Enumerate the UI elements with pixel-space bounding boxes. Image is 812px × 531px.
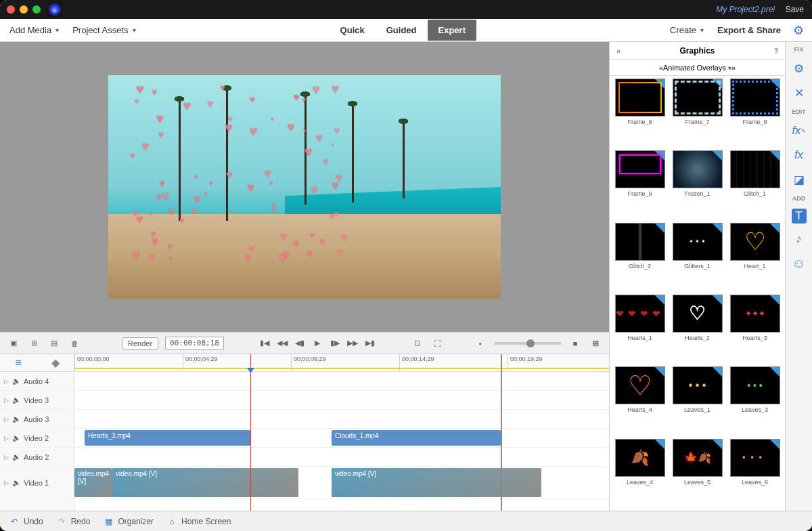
graphics-item[interactable]: Leaves_1 bbox=[670, 366, 725, 436]
organizer-button[interactable]: ▦Organizer bbox=[102, 515, 154, 528]
safe-margins-icon[interactable]: ⊡ bbox=[411, 337, 424, 350]
track-mute-icon[interactable]: 🔈 bbox=[12, 396, 20, 404]
graphics-item[interactable]: Frame_8 bbox=[727, 79, 782, 148]
properties-icon[interactable]: ▤ bbox=[47, 337, 61, 350]
work-area-end-bracket[interactable] bbox=[501, 354, 502, 511]
graphics-item[interactable]: Frame_6 bbox=[612, 79, 667, 148]
graphics-item[interactable]: Leaves_4 bbox=[612, 439, 667, 508]
graphics-item[interactable]: Frozen_1 bbox=[670, 150, 725, 219]
timeline-clip[interactable]: Hearts_3.mp4 bbox=[85, 430, 250, 446]
track-expand-icon[interactable]: ▷ bbox=[4, 454, 9, 461]
track-row[interactable]: video.mp4 [V]video.mp4 [V]video.mp4 [V] bbox=[74, 467, 609, 499]
track-expand-icon[interactable]: ▷ bbox=[4, 416, 9, 423]
undo-button[interactable]: ↶Undo bbox=[8, 515, 43, 528]
timeline-clip[interactable]: Clouds_1.mp4 bbox=[332, 430, 501, 446]
close-window-button[interactable] bbox=[7, 5, 15, 14]
trash-icon[interactable]: 🗑 bbox=[68, 337, 81, 350]
track-header[interactable]: ▷🔈Video 2 bbox=[0, 429, 74, 448]
zoom-out-icon[interactable]: ▪ bbox=[474, 337, 487, 350]
graphics-icon[interactable]: ☺ bbox=[790, 255, 808, 272]
mode-expert[interactable]: Expert bbox=[428, 20, 476, 41]
render-button[interactable]: Render bbox=[122, 337, 158, 349]
track-row[interactable] bbox=[74, 410, 609, 429]
add-media-menu[interactable]: Add Media bbox=[5, 22, 63, 38]
graphics-item[interactable]: Glitters_1 bbox=[670, 223, 725, 292]
export-share-button[interactable]: Export & Share bbox=[713, 22, 785, 38]
titles-icon[interactable]: T bbox=[792, 209, 807, 224]
graphics-item[interactable]: Leaves_5 bbox=[670, 439, 725, 508]
track-row[interactable] bbox=[74, 372, 609, 391]
track-expand-icon[interactable]: ▷ bbox=[4, 435, 9, 442]
timeline-mode-a-icon[interactable]: ≡ bbox=[11, 357, 26, 369]
graphics-item[interactable]: Leaves_6 bbox=[727, 439, 782, 508]
timeline-ruler[interactable]: 00;00;00;0000;00;04;2900;00;09;2900;00;1… bbox=[74, 354, 609, 372]
category-next-icon[interactable]: » bbox=[731, 64, 736, 72]
project-assets-menu[interactable]: Project Assets bbox=[68, 22, 139, 38]
graphics-item[interactable]: Leaves_3 bbox=[727, 366, 782, 436]
graphics-item[interactable]: Hearts_1 bbox=[612, 295, 667, 364]
timeline-canvas[interactable]: 00;00;00;0000;00;04;2900;00;09;2900;00;1… bbox=[74, 354, 609, 511]
track-mute-icon[interactable]: 🔈 bbox=[12, 479, 20, 486]
track-header[interactable]: ▷🔈Audio 2 bbox=[0, 448, 74, 467]
transitions-icon[interactable]: ◪ bbox=[790, 171, 808, 188]
zoom-in-icon[interactable]: ■ bbox=[568, 337, 582, 350]
step-fwd-icon[interactable]: ▶▶ bbox=[346, 337, 359, 350]
create-menu[interactable]: Create bbox=[666, 22, 708, 38]
zoom-slider[interactable] bbox=[494, 342, 562, 345]
save-button[interactable]: Save bbox=[786, 5, 804, 14]
mode-guided[interactable]: Guided bbox=[376, 20, 428, 41]
graphics-item[interactable]: Hearts_2 bbox=[670, 295, 725, 364]
maximize-window-button[interactable] bbox=[32, 5, 41, 14]
graphics-item[interactable]: Glitch_2 bbox=[612, 223, 667, 292]
settings-gear-icon[interactable]: ⚙ bbox=[790, 22, 807, 39]
track-expand-icon[interactable]: ▷ bbox=[4, 397, 9, 404]
graphics-item[interactable]: Frame_9 bbox=[612, 150, 667, 219]
adjust-sliders-icon[interactable]: ⚙ bbox=[790, 60, 808, 77]
track-expand-icon[interactable]: ▷ bbox=[4, 480, 9, 486]
graphics-category-selector[interactable]: « Animated Overlays » bbox=[610, 60, 785, 76]
track-row[interactable]: Hearts_3.mp4Clouds_1.mp4 bbox=[74, 429, 609, 448]
fx-icon[interactable]: fx bbox=[790, 146, 808, 164]
fx-applied-icon[interactable]: fx✎ bbox=[790, 122, 808, 140]
graphics-item[interactable]: Hearts_4 bbox=[612, 366, 667, 436]
graphics-item[interactable]: Heart_1 bbox=[727, 223, 782, 292]
project-filename[interactable]: My Project2.prel bbox=[716, 5, 775, 14]
track-header[interactable]: ▷🔈Audio 4 bbox=[0, 372, 74, 391]
playhead[interactable] bbox=[250, 354, 251, 511]
music-icon[interactable]: ♪ bbox=[790, 230, 808, 248]
fullscreen-icon[interactable]: ⛶ bbox=[431, 337, 445, 350]
frame-back-icon[interactable]: ◀▮ bbox=[293, 337, 307, 350]
frame-fwd-icon[interactable]: ▮▶ bbox=[328, 337, 342, 350]
redo-button[interactable]: ↷Redo bbox=[55, 515, 91, 528]
mode-quick[interactable]: Quick bbox=[330, 20, 376, 41]
track-header[interactable]: ▷🔈Audio 3 bbox=[0, 410, 74, 429]
timecode-display[interactable]: 00:00:08;18 bbox=[165, 337, 224, 349]
new-item-icon[interactable]: ⊞ bbox=[27, 337, 41, 350]
tools-icon[interactable]: ✕ bbox=[790, 84, 808, 102]
timeline-clip[interactable]: video.mp4 [V] bbox=[332, 468, 541, 497]
timeline-clip[interactable]: video.mp4 [V] bbox=[112, 468, 298, 497]
capture-icon[interactable]: ▣ bbox=[7, 337, 20, 350]
track-row[interactable] bbox=[74, 391, 609, 410]
video-preview[interactable]: ♥♥♥♥♥♥♥♥♥♥♥♥♥♥♥♥♥♥♥♥♥♥♥♥♥♥♥♥♥♥♥♥♥♥♥♥♥♥♥♥… bbox=[108, 75, 501, 299]
track-header[interactable]: ▷🔈Video 1 bbox=[0, 467, 74, 499]
panel-expand-icon[interactable]: » bbox=[612, 45, 625, 57]
track-header[interactable]: ▷🔈Video 3 bbox=[0, 391, 74, 410]
graphics-item[interactable]: Frame_7 bbox=[670, 79, 725, 148]
graphics-item[interactable]: Glitch_1 bbox=[727, 150, 782, 219]
goto-end-icon[interactable]: ▶▮ bbox=[363, 337, 377, 350]
track-row[interactable] bbox=[74, 448, 609, 467]
goto-start-icon[interactable]: ▮◀ bbox=[258, 337, 271, 350]
track-mute-icon[interactable]: 🔈 bbox=[12, 434, 20, 442]
track-mute-icon[interactable]: 🔈 bbox=[12, 415, 20, 423]
minimize-window-button[interactable] bbox=[20, 5, 28, 14]
step-back-icon[interactable]: ◀◀ bbox=[275, 337, 289, 350]
timeline-clip[interactable]: video.mp4 [V] bbox=[74, 468, 112, 497]
track-mute-icon[interactable]: 🔈 bbox=[12, 453, 20, 461]
snap-icon[interactable]: ▦ bbox=[589, 337, 602, 350]
panel-help-icon[interactable]: ? bbox=[770, 45, 782, 57]
timeline-mode-b-icon[interactable]: ◆ bbox=[48, 357, 63, 369]
track-expand-icon[interactable]: ▷ bbox=[4, 378, 9, 385]
play-icon[interactable]: ▶ bbox=[311, 337, 324, 350]
home-screen-button[interactable]: ⌂Home Screen bbox=[166, 515, 231, 528]
